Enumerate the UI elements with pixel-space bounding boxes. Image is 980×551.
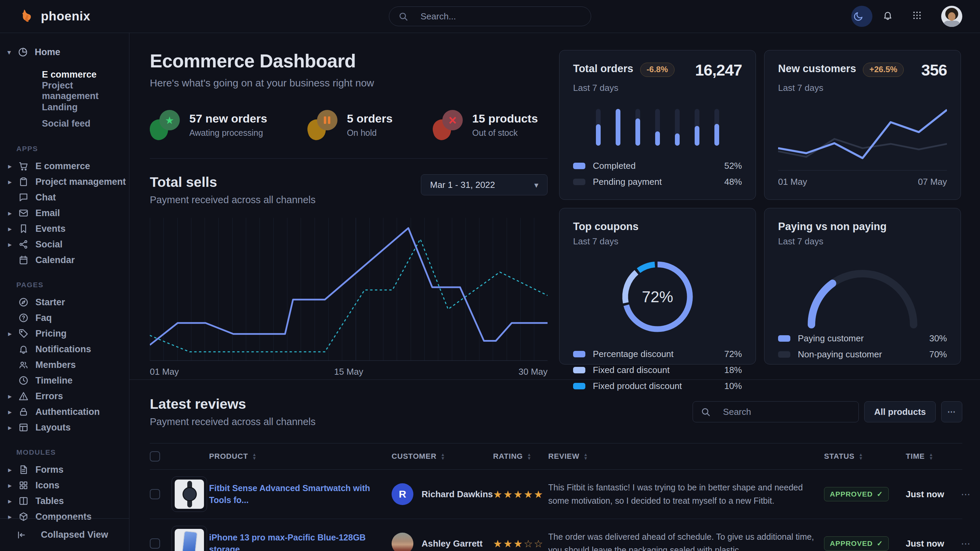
- reviews-search: [693, 401, 859, 422]
- legend-swatch: [573, 367, 585, 373]
- theme-toggle-button[interactable]: [851, 6, 872, 27]
- sidebar-item-project-management[interactable]: Project management: [0, 174, 129, 190]
- product-thumbnail[interactable]: [172, 526, 207, 551]
- trend-badge: +26.5%: [863, 63, 904, 77]
- sidebar-item-label: Authentication: [35, 407, 100, 417]
- collapsed-view-toggle[interactable]: Collapsed View: [0, 518, 129, 551]
- legend-value: 48%: [724, 177, 742, 187]
- pricing-icon: [18, 329, 29, 339]
- row-checkbox[interactable]: [150, 538, 160, 549]
- card-value: 356: [921, 60, 947, 79]
- x-tick-end: 30 May: [519, 367, 547, 377]
- card-period: Last 7 days: [573, 236, 742, 247]
- chevron-right-icon: [8, 481, 18, 489]
- review-text: The order was delivered ahead of schedul…: [548, 532, 814, 551]
- column-header-review[interactable]: REVIEW: [548, 452, 824, 461]
- sidebar-item-e-commerce[interactable]: E commerce: [0, 158, 129, 174]
- customer-name: Ashley Garrett: [422, 538, 482, 549]
- sidebar-item-layouts[interactable]: Layouts: [0, 420, 129, 435]
- check-icon: ✓: [877, 490, 883, 498]
- sidebar-item-starter[interactable]: Starter: [0, 294, 129, 310]
- bell-icon: [883, 10, 895, 22]
- sidebar-item-notifications[interactable]: Notifications: [0, 341, 129, 357]
- row-checkbox[interactable]: [150, 489, 160, 499]
- total-orders-card: Total orders -6.8% 16,247 Last 7 days Co…: [559, 50, 756, 200]
- product-link[interactable]: iPhone 13 pro max-Pacific Blue-128GB sto…: [209, 532, 391, 551]
- select-all-checkbox[interactable]: [150, 451, 160, 462]
- rating-stars: ★★★★★: [493, 489, 544, 500]
- column-header-time[interactable]: TIME: [906, 452, 961, 461]
- top-navbar: phoenix: [0, 0, 980, 33]
- card-period: Last 7 days: [778, 83, 947, 93]
- column-header-status[interactable]: STATUS: [824, 452, 906, 461]
- review-text: This Fitbit is fantastic! I was trying t…: [548, 483, 803, 505]
- star-icon: ★: [165, 114, 174, 126]
- sidebar-item-authentication[interactable]: Authentication: [0, 404, 129, 420]
- sidebar-item-forms[interactable]: Forms: [0, 462, 129, 478]
- global-search-input[interactable]: [420, 11, 582, 22]
- donut-center-label: 72%: [619, 258, 696, 335]
- order-bar: [655, 109, 660, 146]
- sidebar-item-home[interactable]: Home: [0, 43, 129, 61]
- all-products-button[interactable]: All products: [864, 401, 936, 422]
- sidebar-item-tables[interactable]: Tables: [0, 493, 129, 509]
- sidebar-subitem-landing[interactable]: Landing: [42, 99, 129, 115]
- card-period: Last 7 days: [778, 236, 947, 247]
- authentication-icon: [18, 407, 29, 417]
- sort-icon: [859, 453, 864, 460]
- sidebar-item-email[interactable]: Email: [0, 205, 129, 221]
- pause-icon: [324, 116, 326, 124]
- product-link[interactable]: Fitbit Sense Advanced Smartwatch with To…: [209, 482, 391, 506]
- user-avatar[interactable]: [941, 6, 962, 27]
- sort-icon: [252, 453, 257, 460]
- sidebar-item-icons[interactable]: Icons: [0, 478, 129, 493]
- stat-15-products: ×15 productsOut of stock: [433, 110, 538, 140]
- chat-icon: [18, 192, 29, 203]
- sidebar-section-label-modules: MODULES: [0, 448, 129, 456]
- order-bar: [675, 109, 680, 146]
- product-thumbnail[interactable]: [172, 476, 207, 512]
- sidebar-item-errors[interactable]: Errors: [0, 388, 129, 404]
- sidebar-item-social[interactable]: Social: [0, 237, 129, 252]
- customer-cell: Ashley Garrett: [391, 533, 493, 551]
- legend-label: Non-paying customer: [798, 349, 882, 360]
- apps-grid-button[interactable]: [912, 10, 931, 22]
- legend-swatch: [573, 163, 585, 169]
- main-content: Ecommerce Dashboard Here's what's going …: [129, 33, 980, 551]
- column-header-rating[interactable]: RATING: [493, 452, 548, 461]
- column-header-product[interactable]: PRODUCT: [209, 452, 391, 461]
- more-options-button[interactable]: ⋯: [941, 401, 962, 422]
- status-label: APPROVED: [830, 490, 873, 498]
- grid-9-icon: [912, 10, 924, 22]
- sidebar-subitem-social-feed[interactable]: Social feed: [42, 115, 129, 132]
- sidebar-item-events[interactable]: Events: [0, 221, 129, 237]
- column-header-customer[interactable]: CUSTOMER: [391, 452, 493, 461]
- status-badge: APPROVED✓: [824, 537, 889, 551]
- legend-swatch: [778, 335, 790, 342]
- legend-swatch: [573, 351, 585, 357]
- errors-icon: [18, 391, 29, 401]
- stat-5-orders: 5 ordersOn hold: [307, 110, 393, 140]
- notifications-button[interactable]: [883, 10, 902, 22]
- sidebar-item-calendar[interactable]: Calendar: [0, 252, 129, 268]
- row-more-button[interactable]: ⋯: [961, 489, 975, 500]
- date-range-select[interactable]: Mar 1 - 31, 2022: [421, 174, 547, 195]
- sidebar-subitem-project-management[interactable]: Project management: [42, 83, 129, 99]
- reviews-search-input[interactable]: [723, 407, 851, 417]
- sidebar-item-members[interactable]: Members: [0, 357, 129, 373]
- row-more-button[interactable]: ⋯: [961, 538, 975, 549]
- sidebar-item-label: Faq: [35, 313, 52, 323]
- sidebar-item-pricing[interactable]: Pricing: [0, 326, 129, 341]
- reviews-table: PRODUCT CUSTOMER RATING REVIEW STATUS TI…: [150, 443, 962, 551]
- sidebar-item-faq[interactable]: Faq: [0, 310, 129, 326]
- table-row: iPhone 13 pro max-Pacific Blue-128GB sto…: [150, 519, 962, 551]
- sidebar-item-timeline[interactable]: Timeline: [0, 373, 129, 388]
- page-subtitle: Here's what's going on at your business …: [150, 77, 547, 89]
- chevron-right-icon: [8, 392, 18, 400]
- events-icon: [18, 224, 29, 234]
- chevron-right-icon: [8, 162, 18, 170]
- orders-bar-chart: [573, 109, 742, 146]
- card-value: 16,247: [695, 60, 742, 79]
- app-logo[interactable]: phoenix: [19, 8, 90, 24]
- sidebar-item-chat[interactable]: Chat: [0, 190, 129, 205]
